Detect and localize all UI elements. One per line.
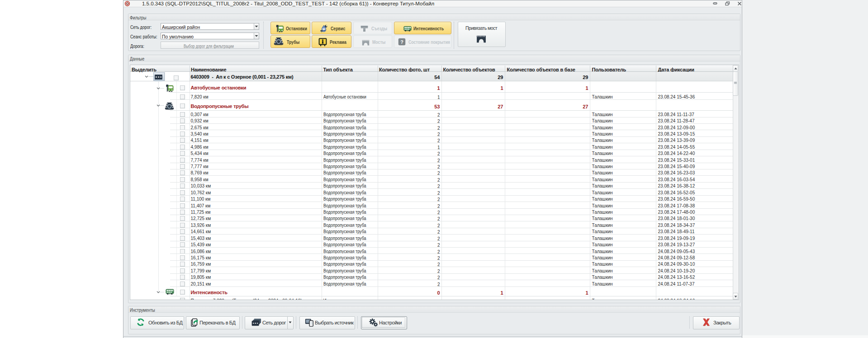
svg-text:?: ?: [400, 39, 403, 45]
